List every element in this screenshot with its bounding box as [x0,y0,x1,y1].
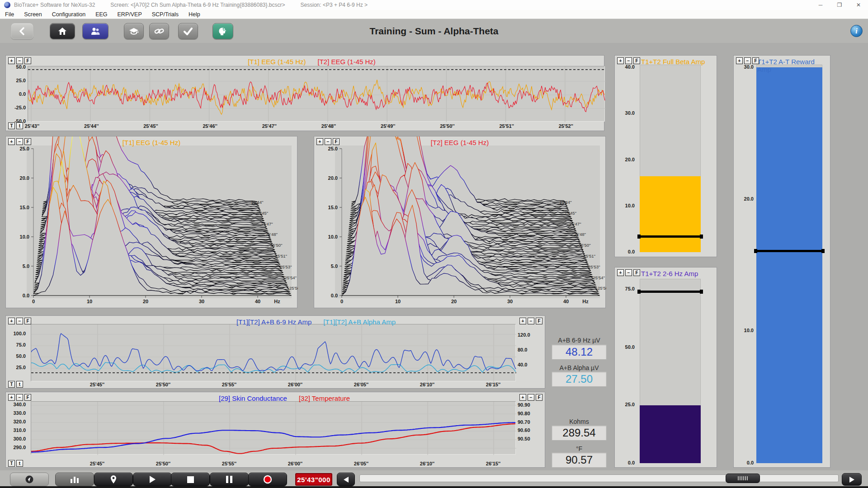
fullscreen-button[interactable]: F [333,138,340,145]
axis-tick-label: 25.0 [615,402,635,407]
zoom-out-button[interactable]: − [16,138,23,145]
svg-text:25'51'': 25'51'' [275,253,288,258]
play-icon [149,475,156,483]
app-icon [4,2,10,8]
fullscreen-button[interactable]: F [536,394,542,401]
zoom-in-button[interactable]: + [8,57,15,64]
zoom-out-button[interactable]: − [528,394,534,401]
stop-icon [187,476,194,483]
timebase-T-button[interactable]: T [8,381,15,388]
amp-trend-traces [31,324,516,382]
zoom-in-button[interactable]: + [316,138,323,145]
record-button[interactable] [248,473,287,486]
fullscreen-button[interactable]: F [633,269,640,276]
gauge-threshold-line[interactable] [755,250,824,252]
scroll-right-button[interactable] [842,473,862,486]
readout-label-kohms: Kohms [550,418,609,425]
zoom-out-button[interactable]: − [528,318,534,324]
titlebar: BioTrace+ Software for NeXus-32 Screen: … [0,0,868,10]
compass-icon [25,475,34,484]
menu-help[interactable]: Help [184,11,205,18]
readout-label-degf: °F [550,445,609,452]
fullscreen-button[interactable]: F [24,138,31,145]
timebase-T-button[interactable]: T [8,122,15,129]
raw-eeg-traces [28,66,605,122]
zoom-out-button[interactable]: − [625,57,632,64]
fullscreen-button[interactable]: F [24,57,31,64]
fullscreen-button[interactable]: F [24,394,31,401]
timeline-scrollbar-thumb[interactable] [726,474,760,483]
axis-tick-label: 340.0 [6,402,26,407]
zoom-out-button[interactable]: − [744,57,751,64]
axis-tick-label: 90.60 [518,427,530,433]
axis-tick-label: 25'45'' [90,382,104,387]
session-stats-button[interactable] [55,473,94,486]
stop-button[interactable] [171,473,210,486]
gauge-threshold-line[interactable] [638,235,702,238]
svg-text:5.0: 5.0 [23,263,29,269]
svg-text:30: 30 [199,299,204,304]
axis-tick-label: 25.0 [6,365,26,370]
gauge-bar-fill [640,176,701,252]
menu-screen[interactable]: Screen [19,11,47,18]
pause-button[interactable] [210,473,249,486]
menu-configuration[interactable]: Configuration [47,11,90,18]
low-freq-gauge-panel: + − F T1+T2 2-6 Hz Amp 75.050.025.00.0 [614,267,717,468]
timebase-t-button[interactable]: t [16,122,23,129]
svg-text:10: 10 [395,299,401,304]
link-button[interactable] [149,23,169,39]
home-button[interactable] [50,23,75,39]
education-button[interactable] [124,23,144,39]
series-title-t1: [T1] EEG (1-45 Hz) [248,58,306,66]
svg-text:25'56'': 25'56'' [598,286,606,291]
info-button[interactable]: i [850,25,863,37]
back-button[interactable] [11,23,33,39]
maximize-icon[interactable]: ❐ [830,0,849,10]
clients-button[interactable] [82,23,108,39]
fullscreen-button[interactable]: F [633,57,640,64]
series-title-t2: [T2] EEG (1-45 Hz) [318,58,376,66]
zoom-out-button[interactable]: − [325,138,331,145]
timebase-t-button[interactable]: t [16,460,23,467]
tasks-button[interactable] [178,23,198,39]
menu-scp-trials[interactable]: SCP/Trials [147,11,184,18]
zoom-in-button[interactable]: + [519,318,526,324]
timeline-scrollbar-track[interactable] [359,474,839,482]
zoom-out-button[interactable]: − [16,318,23,324]
svg-text:10.0: 10.0 [20,234,29,239]
close-icon[interactable]: ✕ [849,0,868,10]
zoom-in-button[interactable]: + [8,318,15,324]
minimize-icon[interactable]: ─ [811,0,830,10]
zoom-in-button[interactable]: + [617,269,624,276]
readout-label-alpha: A+B Alpha µV [550,364,609,371]
zoom-out-button[interactable]: − [16,394,23,401]
axis-tick-label: 330.0 [6,410,26,416]
svg-text:20.0: 20.0 [328,175,338,181]
zoom-in-button[interactable]: + [8,138,15,145]
gauge-threshold-line[interactable] [638,291,702,293]
fullscreen-button[interactable]: F [536,318,542,324]
fullscreen-button[interactable]: F [24,318,31,324]
zoom-in-button[interactable]: + [617,57,624,64]
zoom-in-button[interactable]: + [519,394,526,401]
play-button[interactable] [133,473,172,486]
step-back-button[interactable] [337,473,355,486]
svg-text:15.0: 15.0 [328,205,338,210]
timebase-t-button[interactable]: t [16,381,23,388]
marker-button[interactable] [94,473,133,486]
zoom-out-button[interactable]: − [16,57,23,64]
zoom-in-button[interactable]: + [8,394,15,401]
axis-tick-label: 25'55'' [222,461,236,466]
menu-erp-vep[interactable]: ERP/VEP [113,11,147,18]
navigate-button[interactable] [10,473,49,486]
svg-text:25'47'': 25'47'' [569,221,581,226]
zoom-out-button[interactable]: − [625,269,632,276]
timebase-T-button[interactable]: T [8,460,15,467]
menu-file[interactable]: File [0,11,19,18]
zoom-in-button[interactable]: + [736,57,743,64]
fullscreen-button[interactable]: F [752,57,759,64]
toolbar: Training - Sum - Alpha-Theta [0,19,868,43]
mind-media-button[interactable] [212,23,233,39]
svg-text:20.0: 20.0 [20,175,29,181]
menu-eeg[interactable]: EEG [90,11,112,18]
